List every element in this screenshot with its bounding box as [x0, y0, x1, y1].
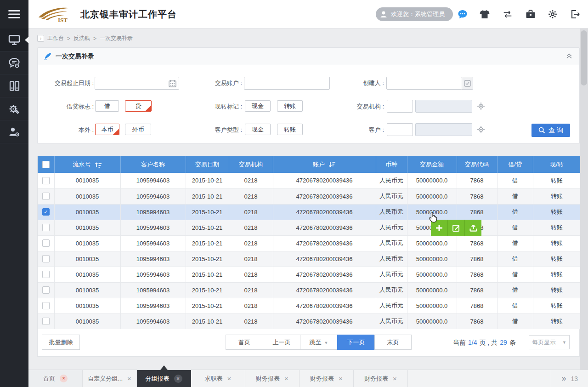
- toggle-ctype-cash[interactable]: 现金: [245, 124, 271, 135]
- customer-code-input[interactable]: [387, 123, 413, 136]
- close-tab-icon[interactable]: ×: [339, 375, 343, 382]
- close-tab-icon[interactable]: ×: [60, 375, 68, 382]
- creator-select-button[interactable]: [462, 77, 473, 90]
- toggle-transfer[interactable]: 转账: [277, 100, 303, 112]
- table-cell: 人民币元: [376, 173, 407, 188]
- batch-delete-button[interactable]: 批量删除: [42, 335, 80, 350]
- edit-row-button[interactable]: [448, 220, 465, 236]
- org-picker-icon[interactable]: [477, 102, 485, 110]
- column-header[interactable]: 交易日期: [186, 156, 229, 173]
- creator-input[interactable]: [386, 77, 462, 90]
- row-checkbox[interactable]: [42, 239, 50, 247]
- row-checkbox[interactable]: [42, 318, 50, 325]
- messages-icon[interactable]: [457, 9, 468, 20]
- toggle-foreign-currency[interactable]: 外币: [125, 124, 151, 135]
- table-cell: 0010035: [54, 188, 120, 204]
- page-size-select[interactable]: 每页显示▼: [529, 335, 570, 349]
- column-header[interactable]: 交易金额: [407, 156, 457, 173]
- table-row[interactable]: 001003510959946032015-10-210218472067802…: [38, 282, 580, 298]
- toggle-local-currency-selected[interactable]: 本币✓: [95, 124, 119, 135]
- close-tab-icon[interactable]: ×: [284, 375, 288, 382]
- sort-desc-icon[interactable]: [328, 161, 336, 168]
- sidebar-item-workbench[interactable]: [0, 28, 28, 51]
- chat-settings-icon: [8, 57, 20, 68]
- breadcrumb-item-aml[interactable]: 反洗钱: [74, 34, 90, 42]
- bottom-tab-财务报表[interactable]: 财务报表×: [354, 370, 408, 387]
- calendar-icon[interactable]: [169, 80, 176, 89]
- close-tab-icon[interactable]: ×: [174, 375, 182, 383]
- bottom-tab-财务报表[interactable]: 财务报表×: [245, 370, 300, 387]
- table-cell: 50000000.0: [407, 251, 457, 267]
- close-tab-icon[interactable]: ×: [127, 375, 131, 382]
- prev-page-button[interactable]: 上一页: [263, 335, 300, 350]
- bottom-tab-求职表[interactable]: 求职表×: [191, 370, 245, 387]
- next-page-button[interactable]: 下一页: [337, 335, 374, 350]
- date-range-input[interactable]: [95, 77, 179, 90]
- scrollbar-thumb[interactable]: [581, 30, 587, 85]
- collapse-panel-icon[interactable]: [565, 52, 573, 61]
- tab-overflow-button[interactable]: »13: [551, 370, 588, 387]
- org-code-input[interactable]: [387, 100, 413, 113]
- close-tab-icon[interactable]: ×: [227, 375, 232, 382]
- switch-system-icon[interactable]: [502, 9, 513, 20]
- row-checkbox[interactable]: [42, 255, 50, 262]
- table-cell: 50000000.0: [407, 188, 457, 204]
- upload-row-button[interactable]: [465, 220, 481, 236]
- table-row[interactable]: 001003510959946032015-10-210218472067802…: [38, 251, 580, 267]
- bottom-tab-财务报表[interactable]: 财务报表×: [300, 370, 354, 387]
- breadcrumb-item-workbench[interactable]: 工作台: [47, 34, 64, 42]
- column-header[interactable]: 流水号: [54, 156, 120, 173]
- toolbox-icon[interactable]: [525, 9, 536, 20]
- column-header[interactable]: 现/转: [533, 156, 580, 173]
- column-header[interactable]: 交易代码: [457, 156, 497, 173]
- column-header[interactable]: 账户: [273, 156, 376, 173]
- table-row[interactable]: ✓001003510959946032015-10-21021847206780…: [38, 204, 580, 220]
- row-checkbox[interactable]: [42, 271, 50, 278]
- row-checkbox[interactable]: ✓: [42, 208, 50, 216]
- toggle-cash[interactable]: 现金: [245, 100, 271, 112]
- last-page-button[interactable]: 末页: [374, 335, 412, 350]
- table-row[interactable]: 001003510959946032015-10-210218472067802…: [38, 173, 580, 188]
- column-header[interactable]: 借/贷: [497, 156, 533, 173]
- close-tab-icon[interactable]: ×: [393, 375, 397, 382]
- account-input[interactable]: [244, 77, 330, 90]
- sidebar-item-user-management[interactable]: [0, 120, 28, 143]
- table-row[interactable]: 001003510959946032015-10-210218472067802…: [38, 298, 580, 313]
- column-header[interactable]: 交易机构: [229, 156, 273, 173]
- settings-gear-icon[interactable]: [547, 9, 558, 20]
- bottom-tab-自定义分组...[interactable]: 自定义分组...×: [83, 370, 137, 387]
- sidebar-item-system-tools[interactable]: [0, 97, 28, 120]
- logout-icon[interactable]: [570, 9, 581, 20]
- column-header[interactable]: 客户名称: [120, 156, 186, 173]
- search-button[interactable]: 查 询: [531, 124, 570, 137]
- first-page-button[interactable]: 首页: [226, 335, 263, 350]
- bottom-tab-分组报表[interactable]: 分组报表×: [137, 370, 191, 387]
- row-checkbox[interactable]: [42, 302, 50, 309]
- row-checkbox[interactable]: [42, 286, 50, 294]
- toggle-ctype-transfer[interactable]: 转账: [277, 124, 303, 135]
- vertical-scrollbar[interactable]: [580, 28, 588, 370]
- sidebar-item-messages[interactable]: [0, 51, 28, 74]
- table-cell: 50000000.0: [407, 204, 457, 220]
- table-row[interactable]: 001003510959946032015-10-210218472067802…: [38, 313, 580, 329]
- select-all-checkbox[interactable]: [42, 161, 50, 168]
- user-welcome-badge[interactable]: 欢迎您：系统管理员: [376, 7, 453, 21]
- row-checkbox[interactable]: [42, 224, 50, 231]
- sort-asc-icon[interactable]: [95, 161, 102, 168]
- bottom-tab-首页[interactable]: 首页×: [28, 370, 83, 387]
- add-row-button[interactable]: [431, 220, 448, 236]
- theme-skin-icon[interactable]: [479, 9, 490, 20]
- menu-toggle-button[interactable]: [0, 0, 28, 28]
- table-row[interactable]: 001003510959946032015-10-210218472067802…: [38, 220, 580, 235]
- toggle-credit-selected[interactable]: 贷✓: [125, 100, 152, 112]
- customer-picker-icon[interactable]: [477, 125, 485, 134]
- table-row[interactable]: 001003510959946032015-10-210218472067802…: [38, 267, 580, 282]
- column-header[interactable]: 币种: [376, 156, 407, 173]
- toggle-debit[interactable]: 借: [95, 100, 119, 112]
- row-checkbox[interactable]: [42, 177, 50, 184]
- row-checkbox[interactable]: [42, 193, 50, 200]
- sidebar-item-archives[interactable]: [0, 74, 28, 97]
- table-row[interactable]: 001003510959946032015-10-210218472067802…: [38, 188, 580, 204]
- jump-to-select[interactable]: 跳至▼: [300, 335, 337, 350]
- table-row[interactable]: 001003510959946032015-10-210218472067802…: [38, 235, 580, 251]
